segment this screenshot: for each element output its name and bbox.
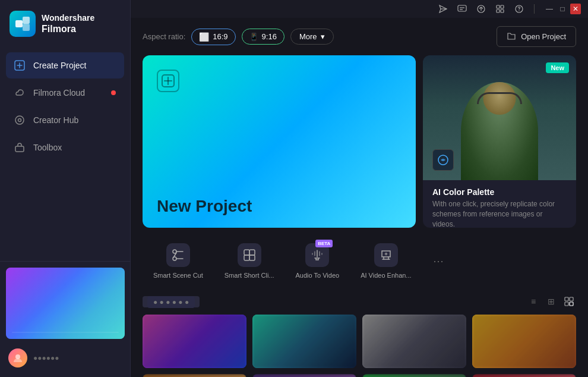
sidebar-navigation: Create Project Filmora Cloud Creator Hub — [0, 48, 130, 261]
create-project-icon — [13, 59, 26, 72]
ai-new-badge: New — [546, 62, 569, 73]
upload-icon[interactable] — [476, 4, 486, 14]
sidebar-label-hub: Creator Hub — [33, 115, 78, 125]
detail-view-button[interactable] — [562, 294, 576, 309]
audio-to-video-icon: BETA — [305, 243, 329, 267]
svg-rect-1 — [23, 17, 30, 24]
user-avatar — [8, 348, 27, 367]
ai-card-info: AI Color Palette With one click, precise… — [423, 180, 576, 228]
logo-icon — [10, 11, 36, 37]
svg-point-6 — [15, 116, 24, 124]
svg-rect-11 — [458, 5, 466, 11]
svg-point-9 — [15, 354, 20, 359]
aspect-916-button[interactable]: 📱 9:16 — [242, 29, 284, 45]
svg-rect-18 — [497, 10, 500, 12]
svg-rect-38 — [570, 302, 573, 306]
audio-to-video-label: Audio To Video — [296, 272, 340, 279]
svg-point-7 — [18, 119, 21, 122]
send-icon[interactable] — [438, 4, 448, 14]
svg-rect-0 — [15, 20, 23, 27]
sidebar-item-create-project[interactable]: Create Project — [6, 52, 124, 78]
project-grid-row2 — [143, 374, 576, 377]
project-thumbnail-2[interactable] — [252, 315, 356, 368]
open-project-label: Open Project — [521, 32, 566, 41]
project-thumbnail-3[interactable] — [362, 315, 466, 368]
chat-icon[interactable] — [457, 4, 467, 14]
svg-rect-37 — [565, 302, 568, 306]
help-icon[interactable] — [514, 4, 524, 14]
aspect-ratio-controls: Aspect ratio: ⬜ 16:9 📱 9:16 More ▾ — [143, 29, 334, 45]
project-thumbnail-7[interactable] — [362, 374, 466, 377]
maximize-button[interactable]: □ — [557, 4, 568, 14]
content-header: Aspect ratio: ⬜ 16:9 📱 9:16 More ▾ Open … — [131, 18, 588, 55]
filmora-cloud-icon — [13, 86, 26, 99]
grid-view-button[interactable]: ⊞ — [544, 294, 558, 309]
aspect-916-icon: 📱 — [249, 33, 258, 41]
svg-rect-8 — [15, 146, 24, 152]
beta-badge: BETA — [315, 240, 333, 247]
folder-icon — [507, 31, 516, 42]
smart-scene-cut-icon — [166, 243, 190, 267]
svg-rect-35 — [565, 297, 568, 301]
open-project-button[interactable]: Open Project — [497, 26, 576, 47]
title-bar-icons — [438, 4, 524, 14]
ai-tool-smart-scene-cut[interactable]: Smart Scene Cut — [143, 235, 214, 287]
list-view-button[interactable]: ≡ — [526, 294, 540, 309]
aspect-916-label: 9:16 — [262, 32, 277, 41]
creator-hub-icon — [13, 114, 26, 127]
svg-rect-34 — [249, 255, 255, 260]
grid-icon[interactable] — [495, 4, 505, 14]
smart-short-clip-icon — [238, 243, 261, 267]
sidebar-item-toolbox[interactable]: Toolbox — [6, 134, 124, 161]
project-thumbnail-1[interactable] — [143, 315, 246, 368]
new-project-card[interactable]: New Project — [143, 55, 416, 228]
ai-tool-audio-to-video[interactable]: BETA Audio To Video — [285, 235, 350, 287]
more-tools-icon: ⋯ — [433, 255, 444, 268]
ai-card-image: New — [423, 55, 576, 180]
svg-rect-2 — [23, 24, 30, 31]
more-label: More — [299, 32, 317, 41]
cards-area: New Project New — [131, 55, 588, 235]
project-thumbnail-5[interactable] — [143, 374, 246, 377]
ai-card-description: With one click, precisely replicate colo… — [432, 199, 567, 228]
user-name-label: ●●●●●● — [33, 354, 59, 362]
sidebar-label-toolbox: Toolbox — [33, 143, 62, 152]
ai-card-title: AI Color Palette — [432, 187, 567, 197]
project-thumbnail-8[interactable] — [472, 374, 576, 377]
ai-feature-card[interactable]: New AI Color Palette With one click, pre… — [423, 55, 576, 228]
sidebar-thumbnail[interactable] — [6, 268, 125, 339]
svg-rect-36 — [570, 297, 573, 301]
svg-point-21 — [519, 10, 519, 11]
recent-header: ● ● ● ● ● ● ≡ ⊞ — [143, 294, 576, 309]
svg-rect-16 — [497, 5, 500, 8]
user-profile[interactable]: ●●●●●● — [6, 345, 124, 371]
sidebar-item-creator-hub[interactable]: Creator Hub — [6, 107, 124, 133]
aspect-169-label: 16:9 — [213, 32, 227, 41]
sidebar: Wondershare Filmora Create Project Filmo… — [0, 0, 131, 377]
main-content: — □ ✕ Aspect ratio: ⬜ 16:9 📱 9:16 More ▾ — [131, 0, 588, 377]
project-thumbnail-6[interactable] — [252, 374, 356, 377]
svg-rect-17 — [501, 5, 504, 8]
close-button[interactable]: ✕ — [570, 4, 581, 14]
new-project-icon — [157, 70, 179, 92]
aspect-ratio-label: Aspect ratio: — [143, 32, 185, 41]
sidebar-item-filmora-cloud[interactable]: Filmora Cloud — [6, 80, 124, 106]
ai-video-enhance-label: AI Video Enhan... — [361, 272, 411, 279]
more-aspect-button[interactable]: More ▾ — [290, 29, 334, 45]
aspect-169-button[interactable]: ⬜ 16:9 — [191, 29, 235, 45]
more-tools-button[interactable]: ⋯ — [422, 246, 454, 276]
aspect-169-icon: ⬜ — [199, 32, 209, 42]
window-controls: — □ ✕ — [544, 4, 581, 14]
minimize-button[interactable]: — — [544, 4, 555, 14]
svg-rect-33 — [244, 255, 249, 260]
ai-tool-video-enhance[interactable]: AI Video Enhan... — [350, 235, 422, 287]
smart-short-clip-label: Smart Short Cli... — [225, 272, 274, 279]
ai-tools-row: Smart Scene Cut Smart Short Cli... — [131, 235, 588, 294]
ai-tool-smart-short-clip[interactable]: Smart Short Cli... — [214, 235, 285, 287]
new-project-title: New Project — [157, 197, 252, 216]
svg-rect-32 — [249, 250, 255, 255]
project-thumbnail-4[interactable] — [472, 315, 576, 368]
logo-product: Filmora — [42, 23, 94, 34]
toolbox-icon — [13, 141, 26, 154]
view-controls: ≡ ⊞ — [526, 294, 576, 309]
